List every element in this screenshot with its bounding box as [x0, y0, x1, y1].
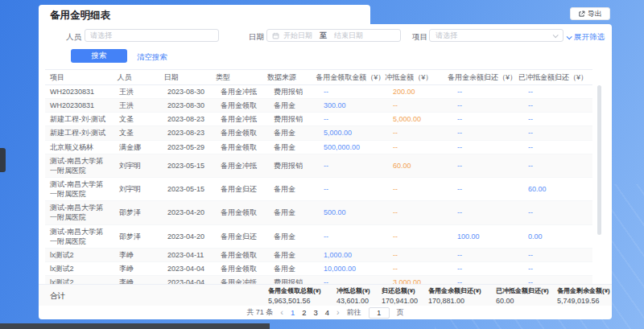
cell-received: 5,000.00 — [319, 126, 388, 139]
cell-person: 满金娜 — [114, 141, 163, 154]
cell-balance_return: -- — [452, 262, 523, 275]
person-filter-label: 人员 — [66, 32, 81, 43]
column-header: 项目 — [45, 71, 112, 84]
export-icon — [578, 10, 585, 18]
cell-source: 备用金 — [269, 206, 319, 219]
summary-stat-label: 归还总额(¥) — [382, 286, 418, 295]
chevron-down-icon — [553, 32, 559, 38]
cell-balance_return: 100.00 — [452, 230, 523, 243]
summary-stat: 备用金剩余金额(¥)5,749,019.56 — [557, 286, 610, 305]
column-header: 备用金领取金额（¥） — [311, 71, 380, 84]
summary-stat-value: 170,881.00 — [428, 297, 481, 305]
table-row[interactable]: lx测试2李峥2023-04-11备用金领取备用金1,000.00------ — [45, 249, 592, 262]
cell-source: 备用金 — [269, 141, 319, 154]
table-row[interactable]: 测试-南昌大学第一附属医院刘宇明2023-05-15备用金归还备用金------… — [45, 178, 592, 201]
cell-type: 备用金归还 — [216, 230, 269, 243]
column-header: 日期 — [159, 71, 211, 84]
cell-date: 2023-05-15 — [163, 183, 216, 195]
cell-balance_return: -- — [452, 113, 523, 125]
column-header: 类型 — [211, 71, 262, 84]
summary-stat-value: 43,601.00 — [336, 297, 370, 305]
cell-offset_return: -- — [523, 159, 592, 172]
cell-offset: -- — [388, 183, 452, 195]
page-number-1[interactable]: 1 — [291, 308, 295, 317]
cell-offset_return: -- — [523, 249, 592, 261]
cell-received: -- — [319, 276, 388, 284]
cell-received: -- — [319, 159, 388, 172]
pagination-total: 共 71 条 — [246, 307, 273, 318]
cell-type: 备用金领取 — [216, 262, 269, 275]
table-row[interactable]: 新建工程-刘-测试文圣2023-08-23备用金冲抵费用报销--5,000.00… — [45, 113, 592, 126]
table-row[interactable]: 北京顺义杨林满金娜2023-05-29备用金领取备用金500,000.00---… — [45, 141, 592, 154]
summary-stat-value: 5,749,019.56 — [557, 297, 610, 305]
summary-total-label: 合计 — [50, 291, 65, 302]
date-range-picker[interactable]: 开始日期 至 结束日期 — [266, 29, 401, 42]
cell-date: 2023-08-23 — [163, 113, 216, 125]
cell-received: -- — [319, 230, 388, 243]
cell-received: -- — [319, 85, 388, 98]
cell-offset: -- — [388, 206, 452, 219]
prev-page-icon[interactable]: ‹ — [280, 308, 283, 317]
cell-offset: -- — [388, 99, 452, 112]
content-panel: 人员 日期 开始日期 至 结束日期 项目 请选择 展开筛选 搜索 清空搜索 项目… — [39, 24, 612, 319]
person-filter-input[interactable] — [85, 29, 219, 42]
cell-project: 测试-南昌大学第一附属医院 — [45, 201, 114, 224]
next-page-icon[interactable]: › — [336, 308, 340, 317]
cell-date: 2023-04-11 — [163, 249, 216, 261]
cell-date: 2023-08-23 — [163, 126, 216, 139]
cell-type: 备用金归还 — [216, 183, 269, 195]
cell-type: 备用金领取 — [216, 141, 269, 154]
date-separator: 至 — [320, 31, 327, 41]
page-number-2[interactable]: 2 — [302, 308, 306, 317]
cell-date: 2023-08-30 — [163, 99, 216, 112]
summary-stat-value: 170,941.00 — [382, 297, 418, 305]
cell-type: 备用金领取 — [216, 206, 269, 219]
page-number-4[interactable]: 4 — [325, 308, 329, 317]
table-row[interactable]: WH20230831王洪2023-08-30备用金冲抵费用报销--200.00-… — [45, 85, 592, 99]
table-row[interactable]: lx测试2李峥2023-04-04备用金冲抵费用报销--3,000.00---- — [45, 276, 592, 284]
cell-offset: 200.00 — [388, 85, 452, 98]
cell-offset_return: -- — [523, 276, 592, 284]
cell-person: 邵梦泽 — [114, 206, 163, 219]
cell-balance_return: -- — [452, 126, 523, 139]
cell-type: 备用金领取 — [216, 249, 269, 261]
clear-search-link[interactable]: 清空搜索 — [137, 52, 167, 63]
table-row[interactable]: 新建工程-刘-测试文圣2023-08-23备用金领取备用金5,000.00---… — [45, 126, 592, 140]
cell-project: 北京顺义杨林 — [45, 141, 114, 154]
page-number-list: 1234 — [291, 308, 329, 317]
search-button[interactable]: 搜索 — [71, 49, 127, 63]
cell-source: 备用金 — [269, 183, 319, 195]
expand-filters-toggle[interactable]: 展开筛选 — [567, 32, 605, 43]
cell-balance_return: -- — [452, 276, 523, 284]
cell-offset: -- — [388, 141, 452, 154]
export-button[interactable]: 导出 — [570, 7, 610, 20]
column-header: 数据来源 — [262, 71, 311, 84]
cell-offset: 3,000.00 — [388, 276, 452, 284]
summary-stat: 已冲抵金额归还(¥)60.00 — [496, 286, 549, 305]
cell-source: 费用报销 — [269, 159, 319, 172]
cell-person: 李峥 — [114, 262, 163, 275]
table-row[interactable]: 测试-南昌大学第一附属医院邵梦泽2023-04-20备用金归还备用金----10… — [45, 225, 592, 249]
table-row[interactable]: WH20230831王洪2023-08-30备用金领取备用金300.00----… — [45, 99, 592, 113]
page-number-3[interactable]: 3 — [314, 308, 318, 317]
goto-page-input[interactable] — [369, 307, 390, 319]
table-header-row: 项目人员日期类型数据来源备用金领取金额（¥）冲抵金额（¥）备用金余额归还（¥）已… — [45, 69, 592, 85]
side-drawer-handle[interactable] — [0, 148, 6, 172]
cell-received: -- — [319, 183, 388, 195]
cell-type: 备用金领取 — [216, 99, 269, 112]
table-row[interactable]: lx测试2李峥2023-04-04备用金领取备用金10,000.00------ — [45, 262, 592, 276]
cell-source: 备用金 — [269, 249, 319, 261]
cell-balance_return: -- — [452, 85, 523, 98]
expand-filters-label: 展开筛选 — [574, 32, 605, 43]
cell-person: 文圣 — [114, 113, 163, 125]
project-filter-select[interactable]: 请选择 — [429, 29, 564, 42]
table-row[interactable]: 测试-南昌大学第一附属医院邵梦泽2023-04-20备用金领取备用金500.00… — [45, 201, 592, 224]
table-row[interactable]: 测试-南昌大学第一附属医院刘宇明2023-05-15备用金冲抵费用报销--60.… — [45, 154, 592, 178]
cell-received: 500.00 — [319, 206, 388, 219]
summary-stat-label: 备用金领取总额(¥) — [268, 286, 321, 295]
cell-date: 2023-08-30 — [163, 85, 216, 98]
table-scrollbar[interactable] — [597, 85, 601, 235]
page-title-bar: 备用金明细表 — [39, 5, 370, 26]
summary-stat-label: 已冲抵金额归还(¥) — [496, 286, 549, 295]
project-filter-label: 项目 — [412, 32, 427, 43]
